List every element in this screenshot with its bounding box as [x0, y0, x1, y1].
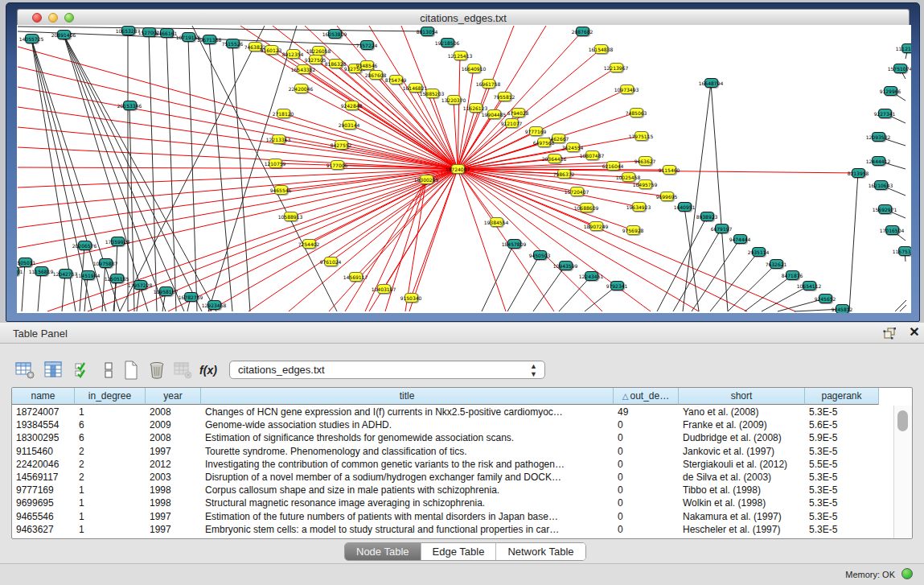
- graph-node[interactable]: 7357224: [360, 40, 374, 50]
- graph-node[interactable]: 6794028: [511, 108, 525, 117]
- graph-node[interactable]: 16543382: [297, 64, 310, 74]
- graph-node[interactable]: 12444412: [872, 156, 885, 166]
- graph-node[interactable]: 9465546: [274, 185, 288, 195]
- graph-node[interactable]: 17359928: [111, 237, 125, 246]
- graph-node[interactable]: 2867608: [369, 70, 383, 80]
- graph-node[interactable]: 7515526: [226, 39, 240, 48]
- tab-node-table[interactable]: Node Table: [345, 543, 421, 560]
- tab-edge-table[interactable]: Edge Table: [421, 543, 497, 560]
- table-row[interactable]: 1830029562008Estimation of significance …: [12, 431, 879, 444]
- graph-node[interactable]: 18724007: [451, 164, 465, 174]
- function-icon[interactable]: f(x): [198, 360, 219, 381]
- column-header-in_degree[interactable]: in_degree: [75, 388, 146, 405]
- graph-node[interactable]: 7485063: [630, 108, 643, 117]
- show-columns-icon[interactable]: [43, 360, 64, 381]
- graph-node[interactable]: 9129966: [884, 86, 897, 96]
- graph-node[interactable]: 11626123: [469, 103, 483, 113]
- graph-node[interactable]: 15751074: [893, 64, 907, 73]
- table-row[interactable]: 1456911722003Disruption of a novel membe…: [12, 471, 879, 484]
- graph-node[interactable]: 9245652: [819, 294, 832, 303]
- graph-node[interactable]: 9792341: [610, 281, 624, 290]
- graph-node[interactable]: 16961758: [482, 79, 495, 89]
- graph-node[interactable]: 14569117: [349, 272, 363, 282]
- graph-node[interactable]: 3624554: [566, 142, 580, 152]
- select-all-icon[interactable]: [72, 360, 93, 381]
- graph-node[interactable]: 10719155: [182, 32, 195, 42]
- graph-node[interactable]: 17975115: [634, 131, 648, 141]
- graph-node[interactable]: 6679197: [715, 224, 729, 233]
- graph-node[interactable]: 11675338: [898, 246, 912, 256]
- graph-node[interactable]: 19671388: [203, 35, 216, 44]
- graph-node[interactable]: 9463627: [639, 156, 652, 166]
- graph-node[interactable]: 9245812: [836, 304, 849, 313]
- table-options-icon[interactable]: [14, 360, 35, 381]
- graph-node[interactable]: 10975887: [99, 258, 113, 268]
- graph-node[interactable]: 8912354: [286, 49, 300, 59]
- graph-node[interactable]: 10654112: [803, 281, 816, 290]
- graph-node[interactable]: 6497568: [537, 138, 551, 147]
- column-header-title[interactable]: title: [201, 388, 614, 405]
- graph-node[interactable]: 9121077: [505, 118, 519, 128]
- column-header-out_de[interactable]: △out_de…: [614, 388, 679, 405]
- graph-node[interactable]: 9227341: [878, 109, 892, 118]
- graph-node[interactable]: 10958107: [159, 286, 173, 296]
- graph-node[interactable]: 8754749: [389, 75, 403, 84]
- graph-node[interactable]: 10653287: [121, 26, 135, 35]
- graph-node[interactable]: 1640951: [678, 202, 692, 212]
- graph-node[interactable]: 9699695: [660, 192, 674, 201]
- graph-node[interactable]: 2935114: [752, 247, 766, 257]
- graph-node[interactable]: 12213363: [272, 134, 285, 144]
- graph-node[interactable]: 9327505: [309, 55, 322, 64]
- graph-node[interactable]: 20153346: [123, 101, 137, 110]
- table-row[interactable]: 1938455462009Genome-wide association stu…: [12, 418, 879, 431]
- tab-network-table[interactable]: Network Table: [496, 543, 585, 560]
- close-icon[interactable]: ✕: [907, 325, 922, 340]
- graph-node[interactable]: 8813054: [421, 27, 434, 36]
- graph-node[interactable]: 12923468: [207, 300, 221, 310]
- graph-node[interactable]: 9348546: [360, 60, 374, 70]
- graph-node[interactable]: 9777169: [529, 126, 543, 136]
- graph-node[interactable]: 20364436: [548, 154, 561, 163]
- graph-node[interactable]: 11121831: [901, 43, 912, 53]
- column-header-pagerank[interactable]: pagerank: [805, 388, 879, 405]
- graph-node[interactable]: 10807487: [585, 150, 599, 160]
- graph-node[interactable]: 11451944: [81, 270, 95, 280]
- graph-node[interactable]: 8505011: [18, 257, 32, 267]
- graph-node[interactable]: 20891406: [57, 30, 71, 39]
- graph-node[interactable]: 9474444: [733, 234, 747, 244]
- graph-node[interactable]: 6466161: [160, 28, 174, 38]
- trash-icon[interactable]: [146, 360, 167, 381]
- graph-node[interactable]: 12213967: [610, 63, 623, 72]
- scrollbar-thumb[interactable]: [897, 410, 908, 431]
- graph-node[interactable]: 15692971: [878, 204, 892, 214]
- graph-node[interactable]: 19634923: [632, 202, 646, 212]
- graph-node[interactable]: 18300295: [420, 175, 433, 184]
- graph-node[interactable]: 19218506: [441, 38, 454, 47]
- graph-node[interactable]: 10973493: [620, 84, 634, 94]
- new-document-icon[interactable]: [121, 360, 142, 381]
- graph-node[interactable]: 9242848: [345, 101, 359, 110]
- graph-node[interactable]: 7254402: [302, 239, 316, 249]
- row-height-icon[interactable]: [98, 360, 119, 381]
- graph-node[interactable]: 16154838: [594, 44, 608, 54]
- graph-node[interactable]: 10943599: [559, 261, 573, 270]
- graph-node[interactable]: 2903144: [343, 120, 356, 130]
- graph-node[interactable]: 6216044: [606, 161, 620, 171]
- graph-node[interactable]: 16495759: [639, 179, 652, 189]
- graph-node[interactable]: 16053809: [328, 29, 342, 39]
- graph-node[interactable]: 9160123: [265, 45, 278, 55]
- graph-node[interactable]: 8471876: [786, 270, 799, 280]
- graph-node[interactable]: 16210643: [874, 180, 888, 190]
- table-row[interactable]: 969969511998Structural magnetic resonanc…: [12, 496, 879, 509]
- table-select-dropdown[interactable]: citations_edges.txt▲▼: [229, 360, 545, 379]
- graph-node[interactable]: 13220370: [447, 95, 461, 105]
- graph-node[interactable]: 8938923: [700, 212, 714, 221]
- graph-node[interactable]: 8186328: [329, 59, 343, 68]
- graph-node[interactable]: 17957228: [133, 280, 147, 290]
- graph-node[interactable]: 20206576: [78, 241, 92, 250]
- vertical-scrollbar[interactable]: [893, 406, 912, 538]
- graph-node[interactable]: 10588913: [284, 212, 298, 221]
- table-row[interactable]: 977716911998Corpus callosum shape and si…: [12, 484, 879, 496]
- graph-node[interactable]: 12042757: [59, 269, 72, 278]
- graph-node[interactable]: 16782759: [184, 292, 198, 302]
